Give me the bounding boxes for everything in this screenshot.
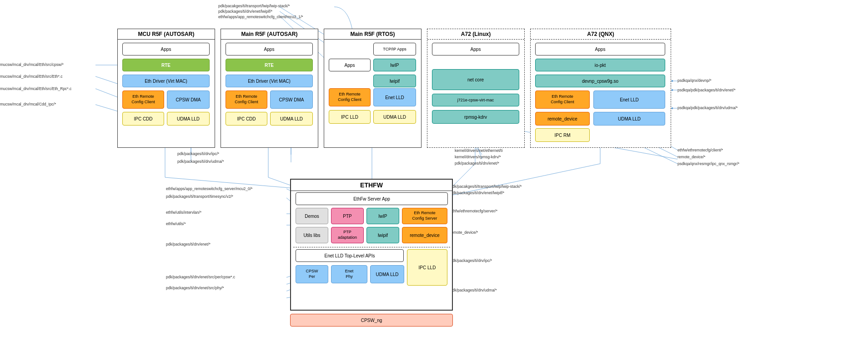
- ethfw-title: ETHFW: [291, 180, 452, 191]
- path-label-p7: mucsw/mcal_drv/mcal/Cdd_Ipc/*: [0, 102, 56, 106]
- a72-linux-container: A72 (Linux) Apps net core j721e-cpsw-vir…: [427, 29, 525, 148]
- ethfw-lwipif-box: lwipif: [366, 227, 399, 243]
- main-autosar-cpsw-dma-box: CPSW DMA: [270, 91, 313, 109]
- qnx-eth-remote-config-box: Eth Remote Config Client: [535, 91, 590, 109]
- main-autosar-rte-box: RTE: [226, 59, 313, 71]
- mcu-ipc-cdd-box: IPC CDD: [122, 112, 164, 126]
- main-r5f-autosar-header: Main R5F (AUTOSAR): [221, 29, 318, 40]
- path-label-p25: remote_device/*: [450, 230, 478, 235]
- main-autosar-udma-lld-box: UDMA LLD: [270, 112, 313, 126]
- mcu-r5f-header: MCU R5F (AUTOSAR): [118, 29, 215, 40]
- rtos-udma-lld-box: UDMA LLD: [373, 110, 416, 124]
- ethfw-enet-phy-box: Enet Phy: [331, 265, 367, 283]
- main-autosar-eth-remote-config-box: Eth Remote Config Client: [226, 91, 267, 109]
- path-label-p5: mucsw/mcal_drv/mcal/Eth/src/Eth*.c: [0, 74, 62, 79]
- linux-net-core-box: net core: [432, 69, 519, 90]
- cpsw-ng-box: CPSW_ng: [290, 314, 453, 327]
- mcu-eth-remote-config-box: Eth Remote Config Client: [122, 91, 164, 109]
- qnx-devnp-box: devnp_cpsw9g.so: [535, 75, 665, 87]
- rtos-lwipif-box: lwipif: [373, 75, 416, 87]
- path-label-p10: kernel/drivers/net/ethernet/ti: [455, 148, 502, 153]
- a72-qnx-header: A72 (QNX): [531, 29, 671, 40]
- path-label-p31: pdk/packages/ti/drv/enet/lwipif/*: [450, 191, 504, 195]
- path-label-p21: ethfw/utils/intervlan/*: [166, 210, 201, 215]
- main-r5f-autosar-container: Main R5F (AUTOSAR) Apps RTE Eth Driver (…: [221, 29, 318, 148]
- ethfw-remote-device-box: remote_device: [402, 227, 447, 243]
- qnx-enet-lld-box: Enet LLD: [593, 91, 665, 109]
- path-label-p1: pdk/pacakges/ti/transport/lwip/lwip-stac…: [218, 4, 290, 8]
- path-label-p17: remote_device/*: [677, 155, 705, 159]
- path-label-p13: psdkqa/qnx/devnp/*: [677, 78, 712, 83]
- main-r5f-rtos-header: Main R5F (RTOS): [324, 29, 421, 40]
- diagram-container: pdk/pacakges/ti/transport/lwip/lwip-stac…: [0, 0, 868, 352]
- ethfw-lwip-box: lwIP: [366, 208, 399, 224]
- qnx-remote-device-box: remote_device: [535, 112, 590, 126]
- qnx-ipc-rm-box: IPC RM: [535, 128, 590, 142]
- path-label-p2: pdk/packages/ti/drv/enet/lwipif/*: [218, 9, 272, 14]
- rtos-ipc-lld-box: IPC LLD: [329, 110, 371, 124]
- mcu-udma-lld-box: UDMA LLD: [167, 112, 210, 126]
- path-label-p15: psdkqa/pdk/packages/ti/drv/udma/*: [677, 106, 738, 110]
- mcu-rte-box: RTE: [122, 59, 210, 71]
- path-label-p20: pdk/packages/ti/transport/timesync/v2/*: [166, 194, 233, 199]
- mcu-r5f-container: MCU R5F (AUTOSAR) Apps RTE Eth Driver (V…: [117, 29, 215, 148]
- rtos-eth-remote-config-box: Eth Remote Config Client: [329, 88, 371, 106]
- path-label-p16: ethfw/ethremotecfg/client/*: [677, 148, 723, 152]
- path-label-p12: pdk/packages/ti/drv/enet/*: [455, 161, 499, 166]
- path-label-p4: mucsw/mcal_drv/mcal/Eth/src/cpsw/*: [0, 62, 64, 67]
- ethfw-cpsw-per-box: CPSW Per: [296, 265, 328, 283]
- path-label-p3: ethfw/apps/app_remoteswitchcfg_client/mc…: [218, 15, 303, 19]
- ethfw-utils-libs-box: Utils libs: [296, 227, 328, 243]
- main-autosar-apps-box: Apps: [226, 43, 313, 55]
- main-autosar-eth-driver-box: Eth Driver (Virt MAC): [226, 75, 313, 87]
- mcu-eth-driver-box: Eth Driver (Virt MAC): [122, 75, 210, 87]
- path-label-p14: psdkqa/pdk/packages/ti/drv/enet/*: [677, 88, 736, 92]
- rtos-enet-lld-box: Enet LLD: [373, 88, 416, 106]
- qnx-udma-lld-box: UDMA LLD: [593, 112, 665, 126]
- qnx-apps-box: Apps: [535, 43, 665, 55]
- ethfw-server-app-box: EthFw Server App: [296, 192, 448, 205]
- path-label-p11: kernel/drivers/rpmsg-kdrv/*: [455, 155, 501, 159]
- linux-rpmsg-kdrv-box: rpmsg-kdrv: [432, 110, 519, 124]
- mcu-cpsw-dma-box: CPSW DMA: [167, 91, 210, 109]
- a72-qnx-container: A72 (QNX) Apps io-pkt devnp_cpsw9g.so Et…: [530, 29, 671, 148]
- ethfw-demos-box: Demos: [296, 208, 328, 224]
- ethfw-ptp-adaptation-box: PTP adaptation: [331, 227, 364, 243]
- rtos-lwip-box: lwIP: [373, 59, 416, 71]
- path-label-p9: pdk/packages/ti/drv/udma/*: [177, 159, 224, 164]
- path-label-p26: pdk/packages/ti/drv/enet/src/per/cpsw*.c: [166, 275, 235, 279]
- ethfw-udma-lld-box: UDMA LLD: [370, 265, 404, 283]
- linux-apps-box: Apps: [432, 43, 519, 55]
- path-label-p29: pdk/packages/ti/drv/udma/*: [450, 288, 497, 292]
- rtos-apps-box: Apps: [329, 59, 371, 71]
- path-label-p22: ethfw/utils/*: [166, 221, 186, 226]
- rtos-tcpip-apps-box: TCP/IP Apps: [373, 43, 416, 55]
- main-autosar-ipc-cdd-box: IPC CDD: [226, 112, 267, 126]
- path-label-p23: pdk/packages/ti/drv/enet/*: [166, 242, 211, 246]
- a72-linux-header: A72 (Linux): [427, 29, 524, 40]
- path-label-p18: psdkqa/qnx/resmgr/ipc_qnx_rsmgr/*: [677, 161, 739, 166]
- linux-j721e-box: j721e-cpsw-virt-mac: [432, 94, 519, 106]
- ethfw-enet-lld-top-box: Enet LLD Top-Level APIs: [296, 249, 404, 262]
- qnx-io-pkt-box: io-pkt: [535, 59, 665, 71]
- ethfw-ptp-box: PTP: [331, 208, 364, 224]
- path-label-p28: pdk/packages/ti/drv/ipc/*: [450, 258, 492, 263]
- ethfw-ipc-lld-box: IPC LLD: [407, 249, 447, 286]
- mcu-apps-box: Apps: [122, 43, 210, 55]
- path-label-p6: mucsw/mcal_drv/mcal/Eth/src/Eth_Rpc*.c: [0, 86, 71, 91]
- path-label-p24: ethfw/ethremotecfg/server/*: [450, 209, 497, 213]
- main-r5f-rtos-container: Main R5F (RTOS) TCP/IP Apps Apps lwIP lw…: [324, 29, 421, 148]
- path-label-p19: ethfw/apps/app_remoteswitchcfg_server/mc…: [166, 186, 252, 191]
- ethfw-container: ETHFW EthFw Server App Demos PTP lwIP Et…: [290, 179, 453, 311]
- path-label-p27: pdk/packages/ti/drv/enet/src/phy/*: [166, 286, 224, 290]
- ethfw-eth-remote-config-server-box: Eth Remote Config Server: [402, 208, 447, 224]
- path-label-p8: pdk/packages/ti/drv/ipc/*: [177, 151, 219, 156]
- path-label-p30: pdk/pacakges/ti/transport/lwip/lwip-stac…: [450, 184, 522, 189]
